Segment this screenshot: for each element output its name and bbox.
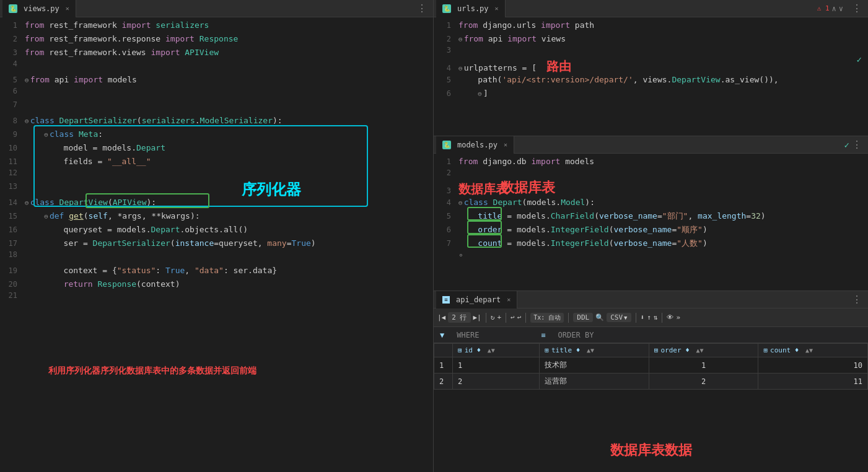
refresh-btn[interactable]: ↻ — [491, 313, 495, 321]
rows-info: 2 行 — [448, 312, 470, 323]
urls-tab-menu[interactable]: ⋮ — [848, 2, 866, 14]
code-line-21: 21 — [0, 291, 433, 305]
col-order[interactable]: ⊞order ♦ ▲▼ — [649, 344, 758, 357]
models-line-5: 5 title = models.CharField(verbose_name=… — [434, 209, 868, 223]
table-row: 1 1 技术部 1 10 — [434, 357, 868, 374]
db-table-icon: ≡ — [442, 296, 450, 304]
cell-id[interactable]: 1 — [453, 357, 540, 374]
nav-last-btn[interactable]: ▶| — [473, 313, 481, 321]
db-tab-close[interactable]: ✕ — [507, 296, 511, 303]
col-rownum — [434, 344, 453, 357]
code-line-9: 9 ⊖class Meta: — [0, 128, 433, 141]
code-line-4: 4 — [0, 59, 433, 73]
tab-menu-button[interactable]: ⋮ — [413, 2, 431, 14]
download-btn[interactable]: ⬇ — [641, 313, 645, 321]
db-data-label: 数据库表数据 — [610, 441, 692, 460]
code-line-1: 1 from rest_framework import serializers — [0, 19, 433, 32]
urls-line-5: 5 path('api/<str:version>/depart/', view… — [434, 73, 868, 87]
sort-asc-btn[interactable]: ↑ — [647, 313, 651, 321]
title-col-icon: ⊞ — [545, 346, 549, 354]
db-tab-menu[interactable]: ⋮ — [848, 294, 866, 305]
models-line-8: ° — [434, 250, 868, 264]
python-icon: 🐍 — [9, 4, 17, 13]
urls-python-icon: 🐍 — [442, 4, 451, 13]
db-panel-container: ≡ api_depart ✕ ⋮ |◀ 2 行 ▶| ↻ + ↩ ↩ Tx: 自… — [434, 291, 868, 472]
code-line-12: 12 — [0, 168, 433, 182]
cell-title[interactable]: 技术部 — [540, 357, 649, 374]
code-line-7: 7 — [0, 100, 433, 114]
code-line-14: 14 ⊖class DepartView(APIView): — [0, 196, 433, 209]
add-row-btn[interactable]: + — [497, 313, 501, 321]
urls-line-1: 1 from django.urls import path — [434, 19, 868, 32]
col-count[interactable]: ⊞count ♦ ▲▼ — [758, 344, 868, 357]
models-line-6: 6 order = models.IntegerField(verbose_na… — [434, 223, 868, 237]
col-title[interactable]: ⊞title ♦ ▲▼ — [540, 344, 649, 357]
urls-check-mark: ✓ — [857, 55, 862, 64]
models-line-4: 4 ⊖class Depart(models.Model): — [434, 196, 868, 209]
code-line-11: 11 fields = "__all__" — [0, 155, 433, 168]
nav-first-btn[interactable]: |◀ — [437, 313, 445, 321]
title-sort-icon[interactable]: ▲▼ — [587, 347, 594, 354]
main-container: 🐍 views.py ✕ ⋮ 1 from rest_framework imp… — [0, 0, 868, 472]
sep4 — [568, 313, 569, 323]
models-tab-menu[interactable]: ⋮ — [848, 139, 866, 151]
models-code-lines: 1 from django.db import models 2 3 数据库表 — [434, 154, 868, 265]
row-number: 1 — [434, 357, 453, 374]
urls-panel: 🐍 urls.py ✕ ⚠ 1 ∧ ∨ ⋮ 1 from django.u — [434, 0, 868, 136]
cell-order[interactable]: 1 — [649, 357, 758, 374]
urls-tab-close[interactable]: ✕ — [495, 5, 499, 12]
csv-btn[interactable]: CSV ▼ — [607, 313, 631, 322]
models-check-mark: ✓ — [844, 140, 849, 150]
order-col-icon: ⊞ — [654, 346, 659, 354]
row-number: 2 — [434, 374, 453, 390]
urls-editor: 1 from django.urls import path 2 ⊖from a… — [434, 17, 868, 102]
nav-down-arrow[interactable]: ∨ — [839, 4, 843, 13]
cell-id[interactable]: 2 — [453, 374, 540, 390]
views-tab-label: views.py — [24, 4, 59, 13]
table-row: 2 2 运营部 2 11 — [434, 374, 868, 390]
sep5 — [636, 313, 636, 323]
models-tab[interactable]: 🐍 models.py ✕ — [436, 136, 514, 154]
db-tab[interactable]: ≡ api_depart ✕ — [436, 291, 517, 308]
redo-btn[interactable]: ↩ — [517, 313, 522, 321]
right-pane: 🐍 urls.py ✕ ⚠ 1 ∧ ∨ ⋮ 1 from django.u — [434, 0, 868, 472]
views-editor: 1 from rest_framework import serializers… — [0, 17, 433, 472]
more-btn[interactable]: » — [676, 313, 680, 321]
models-line-7: 7 count = models.IntegerField(verbose_na… — [434, 237, 868, 250]
views-tab[interactable]: 🐍 views.py ✕ — [2, 0, 76, 17]
order-sort-icon[interactable]: ▲▼ — [696, 347, 703, 354]
tx-label: Tx: 自动 — [530, 313, 564, 323]
count-col-icon: ⊞ — [763, 346, 768, 354]
cell-order[interactable]: 2 — [649, 374, 758, 390]
views-tab-close[interactable]: ✕ — [66, 5, 69, 12]
urls-line-4: 4 ⊖urlpatterns = [ 路由 — [434, 59, 868, 73]
view-btn[interactable]: 👁 — [667, 313, 673, 321]
sep3 — [525, 313, 526, 323]
search-icon[interactable]: 🔍 — [595, 313, 604, 321]
id-sort-icon[interactable]: ▲▼ — [488, 347, 495, 354]
col-id[interactable]: ⊞id ♦ ▲▼ — [453, 344, 540, 357]
ddl-btn[interactable]: DDL — [573, 313, 593, 322]
sort-desc-btn[interactable]: ⇅ — [654, 313, 658, 321]
cell-count[interactable]: 11 — [758, 374, 868, 390]
code-line-15: 15 ⊖def get(self, *args, **kwargs): — [0, 209, 433, 223]
code-line-13: 13 — [0, 182, 433, 196]
views-code-lines: 1 from rest_framework import serializers… — [0, 17, 433, 306]
models-line-2: 2 — [434, 168, 868, 182]
code-line-5: 5 ⊖from api import models — [0, 73, 433, 87]
models-tab-close[interactable]: ✕ — [504, 141, 507, 148]
cell-title[interactable]: 运营部 — [540, 374, 649, 390]
db-filter-bar: ▼ WHERE ≡ ORDER BY — [434, 327, 868, 343]
table-body: 1 1 技术部 1 10 2 2 运营部 2 11 — [434, 357, 868, 390]
count-sort-icon[interactable]: ▲▼ — [805, 347, 813, 354]
db-table-annotation: 数据库表 — [458, 181, 508, 196]
cell-count[interactable]: 10 — [758, 357, 868, 374]
urls-tab-label: urls.py — [457, 4, 489, 13]
undo-btn[interactable]: ↩ — [511, 313, 515, 321]
sep1 — [486, 313, 486, 323]
nav-up-arrow[interactable]: ∧ — [832, 4, 836, 13]
urls-tab[interactable]: 🐍 urls.py ✕ — [436, 0, 506, 17]
views-tab-bar: 🐍 views.py ✕ ⋮ — [0, 0, 433, 17]
code-line-2: 2 from rest_framework.response import Re… — [0, 32, 433, 46]
db-tab-label: api_depart — [456, 295, 501, 304]
